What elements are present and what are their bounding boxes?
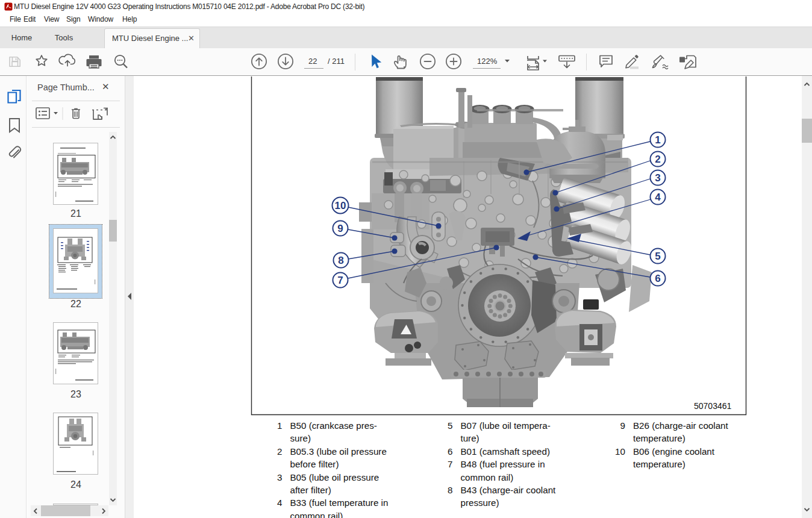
svg-text:5: 5 xyxy=(655,251,660,262)
svg-text:1: 1 xyxy=(655,134,660,146)
svg-text:2: 2 xyxy=(655,154,660,165)
svg-text:4: 4 xyxy=(655,192,661,203)
svg-text:50703461: 50703461 xyxy=(694,401,732,411)
svg-text:9: 9 xyxy=(337,223,343,234)
svg-text:8: 8 xyxy=(338,255,343,266)
svg-text:6: 6 xyxy=(655,273,660,284)
svg-text:3: 3 xyxy=(655,172,660,184)
svg-text:7: 7 xyxy=(337,275,343,286)
svg-text:10: 10 xyxy=(335,200,346,211)
